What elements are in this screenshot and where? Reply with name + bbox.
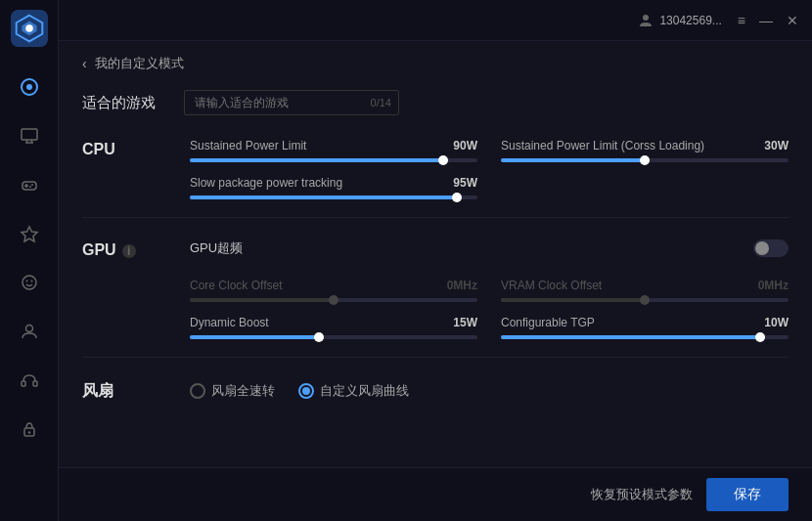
gpu-label: GPU i bbox=[82, 239, 170, 339]
fan-controls: 风扇全速转 自定义风扇曲线 bbox=[190, 379, 789, 402]
cpu-control-cross: Sustained Power Limit (Corss Loading) 30… bbox=[501, 139, 789, 162]
svg-point-14 bbox=[29, 186, 31, 188]
sidebar-item-favorites[interactable] bbox=[8, 212, 51, 255]
game-input-wrapper: 0/14 bbox=[184, 90, 399, 115]
sidebar-item-monitor[interactable] bbox=[8, 114, 51, 157]
svg-point-13 bbox=[31, 184, 33, 186]
gpu-tgp-label: Configurable TGP bbox=[501, 316, 595, 329]
cpu-slow-thumb bbox=[452, 193, 462, 202]
main-area: 13042569... ≡ — ✕ ‹ 我的自定义模式 适合的游戏 0/14 bbox=[59, 0, 812, 521]
gpu-tgp-slider[interactable] bbox=[501, 335, 789, 339]
gpu-info-icon[interactable]: i bbox=[122, 244, 136, 258]
cpu-cross-thumb bbox=[640, 155, 650, 165]
svg-rect-21 bbox=[33, 381, 37, 386]
gpu-vram-clock-fill bbox=[501, 298, 645, 302]
gpu-control-core-clock: Core Clock Offset 0MHz bbox=[190, 279, 477, 302]
cpu-control-slow: Slow package power tracking 95W bbox=[190, 176, 477, 199]
cpu-cross-value: 30W bbox=[764, 139, 789, 152]
toggle-knob bbox=[755, 241, 769, 255]
gpu-dynamic-boost-slider[interactable] bbox=[190, 335, 477, 339]
game-input-label: 适合的游戏 bbox=[82, 94, 170, 112]
svg-point-24 bbox=[643, 15, 649, 21]
svg-point-23 bbox=[27, 431, 29, 433]
gpu-control-dynamic-boost: Dynamic Boost 15W bbox=[190, 316, 477, 339]
gpu-overclock-toggle[interactable] bbox=[753, 239, 789, 257]
svg-point-18 bbox=[30, 281, 32, 282]
topbar-user: 13042569... bbox=[638, 13, 721, 28]
sidebar-item-gamepad[interactable] bbox=[8, 163, 51, 206]
gpu-core-clock-fill bbox=[190, 298, 334, 302]
fan-option-full[interactable]: 风扇全速转 bbox=[190, 382, 275, 400]
fan-option-custom-label: 自定义风扇曲线 bbox=[320, 382, 409, 400]
gpu-core-clock-value: 0MHz bbox=[447, 279, 477, 292]
gpu-section: GPU i GPU超频 Core Clo bbox=[82, 239, 789, 358]
minimize-button[interactable]: — bbox=[759, 13, 773, 28]
fan-radio-full bbox=[190, 383, 205, 399]
gpu-dynamic-boost-value: 15W bbox=[453, 316, 477, 329]
bottom-bar: 恢复预设模式参数 保存 bbox=[59, 467, 812, 521]
gpu-dynamic-boost-label: Dynamic Boost bbox=[190, 316, 269, 329]
menu-button[interactable]: ≡ bbox=[738, 13, 745, 28]
sidebar-item-lock[interactable] bbox=[8, 408, 51, 451]
gpu-vram-clock-label: VRAM Clock Offset bbox=[501, 279, 602, 292]
content-area: ‹ 我的自定义模式 适合的游戏 0/14 CPU bbox=[59, 41, 812, 467]
user-avatar-icon bbox=[638, 13, 654, 28]
svg-point-17 bbox=[25, 281, 27, 282]
gpu-control-tgp: Configurable TGP 10W bbox=[501, 316, 789, 339]
sidebar-item-dashboard[interactable] bbox=[8, 65, 51, 109]
cpu-sustained-value: 90W bbox=[453, 139, 477, 152]
cpu-controls: Sustained Power Limit 90W Sus bbox=[190, 139, 789, 199]
gpu-control-vram-clock: VRAM Clock Offset 0MHz bbox=[501, 279, 789, 302]
cpu-slow-fill bbox=[190, 195, 457, 199]
game-input-row: 适合的游戏 0/14 bbox=[82, 90, 789, 115]
svg-point-19 bbox=[25, 326, 32, 332]
cpu-sustained-label: Sustained Power Limit bbox=[190, 139, 306, 152]
breadcrumb-title: 我的自定义模式 bbox=[95, 55, 184, 72]
topbar-actions: ≡ — ✕ bbox=[738, 13, 798, 28]
cpu-control-sustained: Sustained Power Limit 90W bbox=[190, 139, 477, 162]
fan-section: 风扇 风扇全速转 自定义风扇曲线 bbox=[82, 379, 789, 402]
restore-button[interactable]: 恢复预设模式参数 bbox=[591, 486, 693, 503]
cpu-controls-row-1: Sustained Power Limit 90W Sus bbox=[190, 139, 789, 162]
svg-rect-6 bbox=[22, 129, 37, 140]
cpu-cross-slider[interactable] bbox=[501, 158, 789, 162]
save-button[interactable]: 保存 bbox=[706, 478, 789, 511]
sidebar bbox=[0, 0, 59, 521]
topbar: 13042569... ≡ — ✕ bbox=[59, 0, 812, 41]
gpu-controls-row-2: Dynamic Boost 15W Configurabl bbox=[190, 316, 789, 339]
cpu-slow-label: Slow package power tracking bbox=[190, 176, 342, 190]
gpu-tgp-value: 10W bbox=[764, 316, 789, 329]
gpu-overclock-label: GPU超频 bbox=[190, 239, 243, 257]
cpu-cross-label: Sustained Power Limit (Corss Loading) bbox=[501, 139, 704, 152]
sidebar-item-smiley[interactable] bbox=[8, 261, 51, 304]
app-logo[interactable] bbox=[11, 10, 48, 47]
close-button[interactable]: ✕ bbox=[787, 13, 798, 28]
fan-option-full-label: 风扇全速转 bbox=[211, 382, 275, 400]
cpu-slow-value: 95W bbox=[453, 176, 477, 190]
game-input[interactable] bbox=[184, 90, 399, 115]
cpu-sustained-fill bbox=[190, 158, 443, 162]
sidebar-item-profile[interactable] bbox=[8, 310, 51, 353]
fan-option-custom[interactable]: 自定义风扇曲线 bbox=[298, 382, 409, 400]
cpu-sustained-slider[interactable] bbox=[190, 158, 477, 162]
gpu-tgp-fill bbox=[501, 335, 760, 339]
cpu-label: CPU bbox=[82, 139, 170, 199]
gpu-vram-clock-slider bbox=[501, 298, 789, 302]
svg-point-5 bbox=[26, 84, 32, 90]
gpu-core-clock-slider bbox=[190, 298, 477, 302]
fan-label: 风扇 bbox=[82, 379, 170, 402]
cpu-cross-fill bbox=[501, 158, 645, 162]
gpu-controls: GPU超频 Core Clock Offset 0MHz bbox=[190, 239, 789, 339]
cpu-slow-slider[interactable] bbox=[190, 195, 477, 199]
svg-point-3 bbox=[25, 24, 33, 32]
gpu-overclock-row: GPU超频 bbox=[190, 239, 789, 257]
gpu-dynamic-boost-fill bbox=[190, 335, 319, 339]
svg-point-16 bbox=[23, 276, 36, 289]
cpu-sustained-thumb bbox=[438, 155, 448, 165]
game-input-count: 0/14 bbox=[371, 97, 391, 109]
sidebar-item-headset[interactable] bbox=[8, 359, 51, 402]
svg-marker-15 bbox=[22, 227, 37, 241]
fan-radio-custom bbox=[298, 383, 314, 399]
gpu-vram-clock-value: 0MHz bbox=[758, 279, 789, 292]
back-button[interactable]: ‹ bbox=[82, 56, 87, 71]
